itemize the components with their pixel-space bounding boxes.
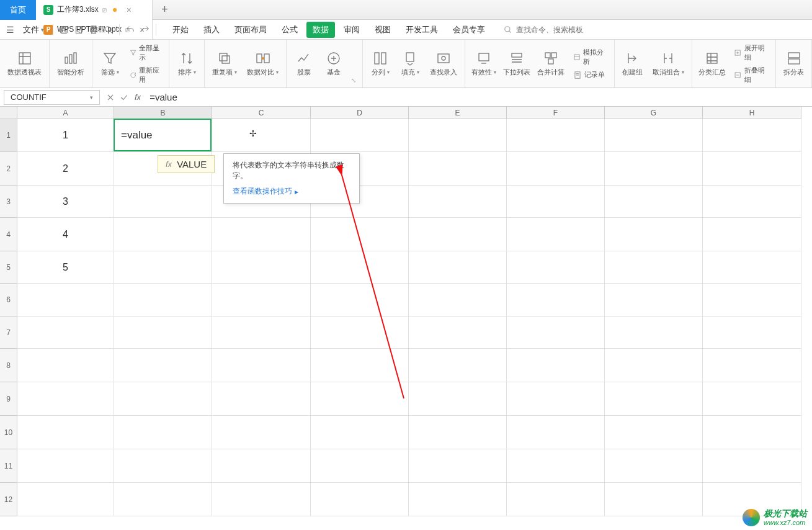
dropdown-list-button[interactable]: 下拉列表 [502, 49, 532, 78]
validity-button[interactable]: 有效性 [470, 49, 497, 78]
fund-button[interactable]: 基金 [321, 49, 346, 78]
cell[interactable] [507, 483, 605, 516]
cell[interactable] [212, 349, 311, 382]
row-header[interactable]: 12 [0, 483, 17, 516]
cell[interactable] [409, 416, 507, 449]
cell[interactable] [114, 382, 212, 416]
document-tab[interactable]: S 工作簿3.xlsx ⎚ × [36, 0, 153, 20]
cell[interactable] [605, 483, 703, 516]
cell[interactable] [703, 449, 801, 483]
home-tab[interactable]: 首页 [0, 0, 36, 20]
cell[interactable] [507, 186, 605, 218]
row-header[interactable]: 11 [0, 449, 17, 483]
row-header[interactable]: 1 [0, 119, 17, 152]
menu-tab[interactable]: 开始 [166, 22, 195, 38]
menu-tab[interactable]: 开发工具 [399, 22, 444, 38]
cell[interactable] [114, 284, 212, 317]
row-header[interactable]: 9 [0, 382, 17, 416]
row-header[interactable]: 3 [0, 186, 17, 218]
expand-detail-button[interactable]: 展开明细 [731, 42, 770, 63]
create-group-button[interactable]: 创建组 [620, 49, 645, 78]
cell[interactable]: 3 [17, 186, 114, 218]
cell[interactable] [507, 284, 605, 317]
cell[interactable] [703, 416, 801, 449]
row-header[interactable]: 5 [0, 251, 17, 284]
duplicates-button[interactable]: 重复项 [210, 49, 239, 78]
cell[interactable] [17, 382, 114, 416]
pivot-table-button[interactable]: 数据透视表 [5, 49, 44, 78]
column-header[interactable]: D [311, 107, 409, 119]
cell[interactable] [605, 152, 703, 186]
spreadsheet-grid[interactable]: ABCDEFGH 123456789101112 12345 =value ✢ … [0, 107, 812, 518]
cell[interactable] [703, 317, 801, 349]
print-icon[interactable] [87, 23, 100, 37]
row-header[interactable]: 4 [0, 218, 17, 251]
filter-button[interactable]: 筛选 [97, 49, 122, 78]
accept-formula-icon[interactable] [117, 91, 131, 104]
cell[interactable] [212, 483, 311, 516]
row-header[interactable]: 2 [0, 152, 17, 186]
cell[interactable] [409, 119, 507, 152]
ungroup-button[interactable]: 取消组合 [650, 49, 687, 78]
fx-icon[interactable]: fx [131, 92, 145, 102]
row-header[interactable]: 8 [0, 349, 17, 382]
menu-tab[interactable]: 插入 [197, 22, 226, 38]
cell[interactable]: 5 [17, 251, 114, 284]
cell[interactable] [605, 317, 703, 349]
menu-tab[interactable]: 公式 [275, 22, 304, 38]
select-all-corner[interactable] [0, 107, 17, 119]
cell[interactable] [507, 152, 605, 186]
subtotal-button[interactable]: 分类汇总 [697, 49, 726, 78]
cell[interactable] [212, 284, 311, 317]
cell[interactable] [409, 483, 507, 516]
cell[interactable] [507, 119, 605, 152]
cell[interactable] [703, 382, 801, 416]
cell[interactable] [507, 317, 605, 349]
cell[interactable] [114, 449, 212, 483]
cell[interactable] [605, 449, 703, 483]
cell[interactable] [311, 119, 409, 152]
cell[interactable] [17, 317, 114, 349]
cell[interactable]: 4 [17, 218, 114, 251]
row-header[interactable]: 6 [0, 284, 17, 317]
cell[interactable] [507, 251, 605, 284]
cell[interactable] [17, 349, 114, 382]
cell[interactable] [605, 382, 703, 416]
redo-icon[interactable] [138, 23, 152, 37]
cell[interactable] [703, 251, 801, 284]
cell[interactable] [703, 186, 801, 218]
print-preview-icon[interactable] [72, 23, 86, 37]
cell[interactable]: 2 [17, 152, 114, 186]
cell[interactable] [409, 349, 507, 382]
new-tab-button[interactable]: + [153, 3, 177, 16]
cell[interactable] [409, 186, 507, 218]
lookup-input-button[interactable]: 查找录入 [427, 49, 460, 78]
cell[interactable] [703, 119, 801, 152]
search-input[interactable] [516, 25, 615, 34]
menu-tab[interactable]: 页面布局 [228, 22, 273, 38]
column-header[interactable]: F [507, 107, 605, 119]
row-header[interactable]: 7 [0, 317, 17, 349]
file-menu[interactable]: 文件 [18, 24, 49, 35]
cell[interactable] [605, 218, 703, 251]
fill-button[interactable]: 填充 [398, 49, 422, 78]
find-icon[interactable] [102, 23, 115, 37]
reapply-button[interactable]: 重新应用 [127, 65, 164, 86]
collapse-detail-button[interactable]: 折叠明细 [731, 65, 770, 86]
menu-icon[interactable]: ☰ [4, 25, 17, 35]
cell[interactable] [311, 251, 409, 284]
cell[interactable] [212, 449, 311, 483]
cell[interactable] [311, 284, 409, 317]
cell[interactable] [703, 218, 801, 251]
cell[interactable] [311, 349, 409, 382]
formula-input[interactable] [145, 92, 812, 102]
column-header[interactable]: E [409, 107, 507, 119]
cell[interactable] [114, 218, 212, 251]
cell[interactable] [114, 483, 212, 516]
formula-suggestion[interactable]: fx VALUE [158, 155, 215, 173]
cancel-formula-icon[interactable] [104, 91, 117, 104]
record-form-button[interactable]: 记录单 [571, 69, 609, 81]
cell[interactable] [507, 416, 605, 449]
name-box[interactable]: COUNTIF [4, 90, 100, 105]
cell[interactable] [605, 416, 703, 449]
